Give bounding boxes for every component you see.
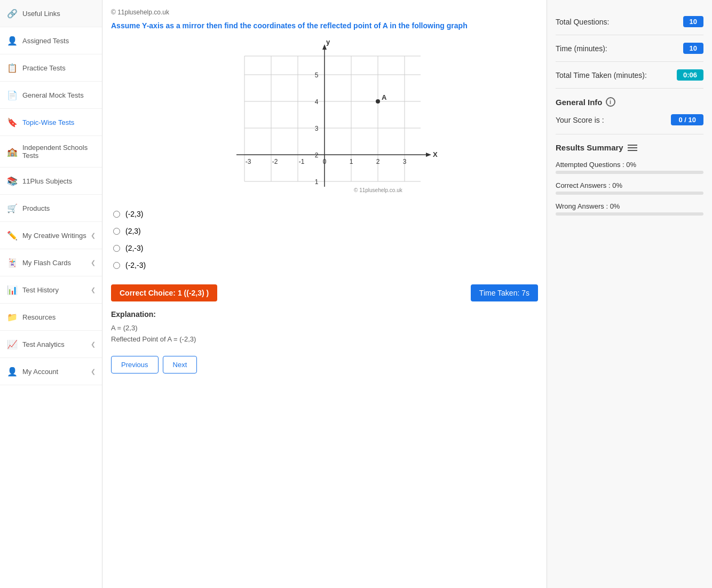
chevron-icon: ❮ (91, 368, 96, 375)
chevron-icon: ❮ (91, 259, 96, 266)
correct-choice-badge: Correct Choice: 1 ((-2,3) ) (111, 284, 217, 301)
general-mock-tests-icon: 📄 (6, 89, 18, 101)
option-2[interactable]: (2,3) (111, 223, 538, 240)
total-questions-row: Total Questions: 10 (556, 9, 703, 35)
radio-opt4[interactable] (113, 262, 120, 269)
svg-text:1: 1 (350, 158, 353, 165)
option-4[interactable]: (-2,-3) (111, 257, 538, 274)
svg-text:2: 2 (376, 158, 380, 165)
sidebar-item-my-flash-cards[interactable]: 🃏 My Flash Cards ❮ (0, 249, 102, 276)
navigation-buttons: Previous Next (111, 356, 538, 374)
correct-answers-label: Correct Answers : 0% (556, 181, 703, 189)
sidebar-item-11plus-subjects[interactable]: 📚 11Plus Subjects (0, 168, 102, 195)
sidebar-item-label: My Account (22, 368, 91, 376)
creative-writings-icon: ✏️ (6, 229, 18, 241)
general-info-title: General Info i (556, 97, 703, 107)
sidebar-item-label: Test Analytics (22, 340, 91, 348)
topic-wise-tests-icon: 🔖 (6, 116, 18, 128)
sidebar-item-label: General Mock Tests (22, 91, 96, 99)
sidebar-item-label: My Creative Writings (22, 232, 91, 240)
svg-text:3: 3 (315, 125, 319, 132)
info-icon: i (606, 97, 615, 107)
chevron-icon: ❮ (91, 287, 96, 293)
chevron-icon: ❮ (91, 232, 96, 239)
sidebar-item-useful-links[interactable]: 🔗 Useful Links (0, 0, 102, 27)
option-2-text: (2,3) (125, 227, 141, 235)
sidebar-item-label: 11Plus Subjects (22, 177, 96, 185)
results-summary-section: Results Summary Attempted Questions : 0%… (556, 143, 703, 216)
sidebar-item-label: Useful Links (22, 10, 96, 18)
attempted-questions-stat: Attempted Questions : 0% (556, 161, 703, 174)
your-score-value: 0 / 10 (671, 114, 703, 125)
svg-text:4: 4 (315, 98, 319, 106)
sidebar-item-independent-schools-tests[interactable]: 🏫 Independent Schools Tests (0, 136, 102, 168)
sidebar-item-topic-wise-tests[interactable]: 🔖 Topic-Wise Tests (0, 109, 102, 136)
correct-answers-bar (556, 192, 703, 195)
sidebar-item-assigned-tests[interactable]: 👤 Assigned Tests (0, 27, 102, 54)
test-history-icon: 📊 (6, 284, 18, 296)
total-questions-badge: 10 (683, 16, 703, 27)
sidebar-item-test-analytics[interactable]: 📈 Test Analytics ❮ (0, 331, 102, 358)
explanation-line1: A = (2,3) (111, 323, 538, 334)
sidebar-item-label: My Flash Cards (22, 259, 91, 267)
answer-options: (-2,3) (2,3) (2,-3) (-2,-3) (111, 205, 538, 274)
explanation-title: Explanation: (111, 310, 538, 319)
sidebar-item-resources[interactable]: 📁 Resources (0, 304, 102, 331)
11plus-subjects-icon: 📚 (6, 175, 18, 187)
copyright-text: © 11plusehelp.co.uk (111, 9, 538, 16)
time-minutes-label: Time (minutes): (556, 44, 607, 53)
option-3[interactable]: (2,-3) (111, 240, 538, 257)
sidebar-item-my-creative-writings[interactable]: ✏️ My Creative Writings ❮ (0, 222, 102, 249)
previous-button[interactable]: Previous (111, 356, 159, 374)
radio-opt2[interactable] (113, 228, 120, 235)
main-content: © 11plusehelp.co.uk Assume Y-axis as a m… (102, 0, 712, 588)
svg-text:5: 5 (315, 71, 319, 79)
attempted-questions-label: Attempted Questions : 0% (556, 161, 703, 169)
option-1-text: (-2,3) (125, 210, 143, 218)
svg-marker-14 (426, 153, 431, 157)
test-analytics-icon: 📈 (6, 338, 18, 350)
sidebar-item-label: Products (22, 204, 96, 212)
sidebar-item-label: Test History (22, 286, 91, 294)
svg-text:1: 1 (315, 178, 319, 186)
question-area: © 11plusehelp.co.uk Assume Y-axis as a m… (102, 0, 547, 588)
svg-text:A: A (382, 93, 387, 101)
sidebar: 🔗 Useful Links 👤 Assigned Tests 📋 Practi… (0, 0, 102, 588)
radio-opt3[interactable] (113, 245, 120, 252)
correct-answers-stat: Correct Answers : 0% (556, 181, 703, 195)
total-time-taken-badge: 0:06 (677, 69, 703, 81)
sidebar-item-label: Topic-Wise Tests (22, 118, 96, 126)
chevron-icon: ❮ (91, 341, 96, 348)
sidebar-item-general-mock-tests[interactable]: 📄 General Mock Tests (0, 82, 102, 109)
sidebar-item-test-history[interactable]: 📊 Test History ❮ (0, 276, 102, 304)
menu-icon (628, 145, 637, 151)
independent-schools-icon: 🏫 (6, 146, 18, 157)
sidebar-item-practice-tests[interactable]: 📋 Practice Tests (0, 54, 102, 82)
total-time-taken-row: Total Time Taken (minutes): 0:06 (556, 62, 703, 89)
wrong-answers-stat: Wrong Answers : 0% (556, 202, 703, 216)
general-info-section: General Info i Your Score is : 0 / 10 (556, 97, 703, 134)
svg-text:X: X (433, 150, 438, 158)
wrong-answers-bar (556, 212, 703, 216)
sidebar-item-products[interactable]: 🛒 Products (0, 195, 102, 222)
svg-text:3: 3 (403, 158, 407, 165)
time-taken-badge: Time Taken: 7s (471, 284, 538, 301)
svg-point-31 (376, 99, 380, 104)
svg-text:0: 0 (323, 158, 327, 165)
sidebar-item-my-account[interactable]: 👤 My Account ❮ (0, 358, 102, 385)
sidebar-item-label: Assigned Tests (22, 37, 96, 45)
correct-choice-bar: Correct Choice: 1 ((-2,3) ) Time Taken: … (111, 284, 538, 301)
option-1[interactable]: (-2,3) (111, 205, 538, 223)
explanation-line2: Reflected Point of A = (-2,3) (111, 334, 538, 345)
question-text: Assume Y-axis as a mirror then find the … (111, 20, 538, 31)
explanation-block: Explanation: A = (2,3) Reflected Point o… (111, 310, 538, 345)
attempted-questions-bar (556, 171, 703, 174)
total-questions-label: Total Questions: (556, 18, 609, 26)
next-button[interactable]: Next (163, 356, 197, 374)
radio-opt1[interactable] (113, 211, 120, 218)
time-minutes-row: Time (minutes): 10 (556, 35, 703, 62)
flash-cards-icon: 🃏 (6, 257, 18, 268)
my-account-icon: 👤 (6, 365, 18, 377)
products-icon: 🛒 (6, 202, 18, 214)
total-time-taken-label: Total Time Taken (minutes): (556, 71, 647, 80)
